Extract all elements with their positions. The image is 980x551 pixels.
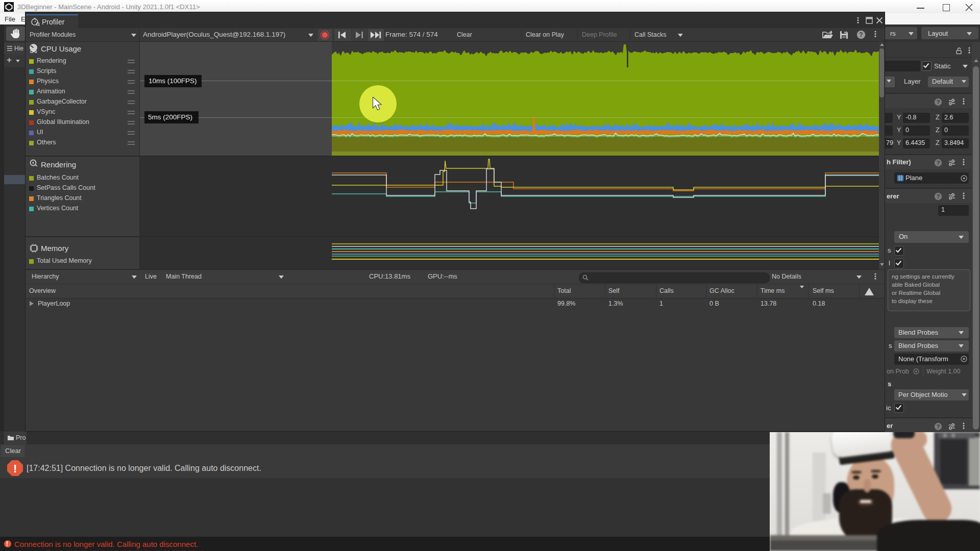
- svg-text:?: ?: [859, 31, 863, 38]
- svg-text:?: ?: [937, 160, 940, 166]
- svg-text:?: ?: [937, 99, 940, 105]
- svg-text:CPU: CPU: [30, 50, 37, 54]
- svg-text:?: ?: [937, 193, 940, 199]
- svg-text:?: ?: [937, 423, 940, 430]
